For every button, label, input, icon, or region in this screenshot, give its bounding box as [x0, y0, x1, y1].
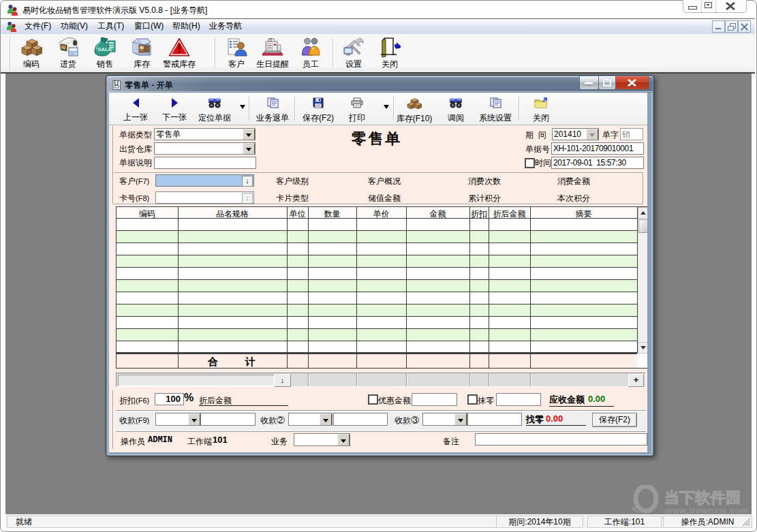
svg-text:SALE: SALE: [97, 46, 112, 52]
